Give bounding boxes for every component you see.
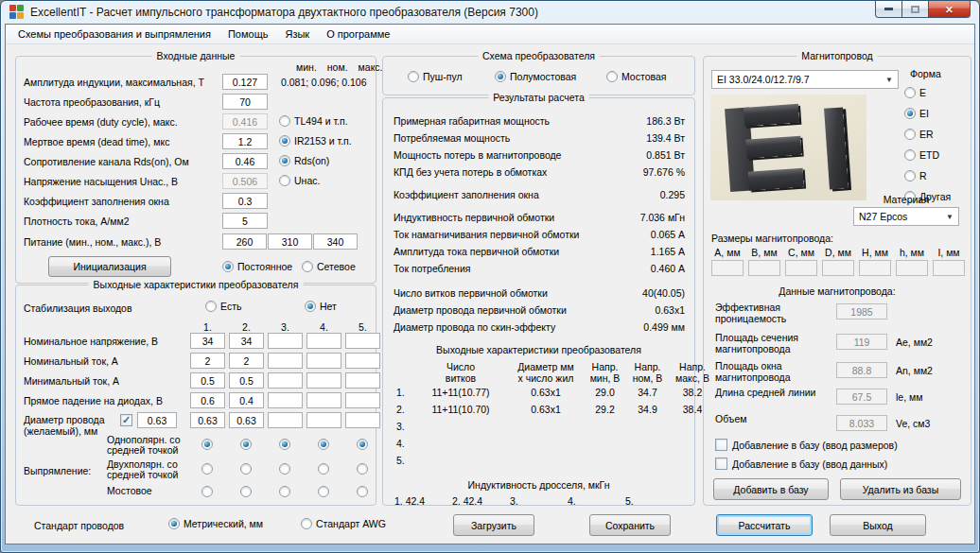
- dim-h-input[interactable]: [859, 260, 891, 276]
- rds-on-radio[interactable]: Rds(on): [279, 155, 329, 166]
- dim-a-input[interactable]: [711, 260, 744, 276]
- shape-er-radio[interactable]: ER: [904, 129, 934, 140]
- remove-from-db-button[interactable]: Удалить из базы: [840, 478, 961, 500]
- min-current-5[interactable]: [345, 372, 380, 389]
- wire-diameter-5[interactable]: [345, 412, 380, 428]
- nominal-voltage-4[interactable]: [306, 333, 341, 349]
- menu-language[interactable]: Язык: [276, 26, 318, 43]
- induction-input[interactable]: [222, 74, 268, 90]
- i-core-shape: [824, 107, 849, 189]
- push-pull-radio[interactable]: Пуш-пул: [408, 71, 463, 82]
- shape-e-radio[interactable]: E: [904, 87, 926, 98]
- rect-bridge-radio-3[interactable]: [279, 486, 290, 497]
- rect-unipolar-radio-1[interactable]: [201, 439, 213, 450]
- min-current-1[interactable]: [190, 372, 225, 389]
- core-select[interactable]: EI 33.0/24.0/12.7/9.7 ▼: [711, 70, 899, 89]
- init-button[interactable]: Инициализация: [48, 256, 171, 277]
- diode-drop-4[interactable]: [306, 392, 341, 408]
- diode-drop-3[interactable]: [268, 392, 303, 408]
- nominal-voltage-3[interactable]: [268, 333, 303, 349]
- frequency-input[interactable]: [222, 94, 268, 110]
- rect-unipolar-radio-2[interactable]: [240, 439, 252, 450]
- radio-icon: [279, 155, 290, 166]
- rect-bipolar-radio-4[interactable]: [318, 463, 329, 475]
- wire-diameter-checkbox[interactable]: [120, 414, 132, 426]
- nominal-current-4[interactable]: [306, 353, 341, 369]
- menu-help[interactable]: Помощь: [219, 26, 277, 43]
- dim-h2-input[interactable]: [896, 260, 928, 276]
- rect-unipolar-radio-3[interactable]: [279, 439, 290, 450]
- checkbox-icon: [715, 458, 727, 470]
- unas-radio[interactable]: Uнас.: [279, 175, 320, 186]
- shape-r-radio[interactable]: R: [904, 170, 927, 181]
- maximize-button[interactable]: [902, 1, 928, 18]
- rect-bridge-radio-4[interactable]: [318, 486, 329, 497]
- wire-diameter-1[interactable]: [190, 412, 225, 428]
- dim-d-input[interactable]: [822, 260, 854, 276]
- material-select[interactable]: N27 Epcos ▼: [853, 207, 959, 226]
- nominal-voltage-1[interactable]: [190, 333, 225, 349]
- shape-etd-radio[interactable]: ETD: [904, 149, 939, 161]
- dead-time-input[interactable]: [222, 133, 268, 149]
- rect-bipolar-radio-1[interactable]: [201, 463, 213, 475]
- rect-bridge-radio-1[interactable]: [201, 486, 213, 497]
- dc-supply-radio[interactable]: Постоянное: [222, 261, 292, 272]
- awg-standard-radio[interactable]: Стандарт AWG: [301, 518, 386, 529]
- radio-icon: [301, 518, 312, 529]
- rect-bridge-radio-2[interactable]: [240, 486, 252, 497]
- ir2153-radio[interactable]: IR2153 и т.п.: [279, 135, 352, 147]
- wire-diameter-master-input[interactable]: [137, 412, 177, 428]
- wire-diameter-4[interactable]: [306, 412, 341, 428]
- rect-bipolar-radio-5[interactable]: [357, 463, 368, 475]
- min-current-3[interactable]: [268, 372, 303, 389]
- load-button[interactable]: Загрузить: [453, 514, 534, 536]
- diode-drop-2[interactable]: [229, 392, 264, 408]
- rect-unipolar-radio-5[interactable]: [357, 439, 368, 450]
- nominal-voltage-2[interactable]: [229, 333, 264, 349]
- supply-max-input[interactable]: [313, 233, 358, 250]
- rect-bridge-radio-5[interactable]: [357, 486, 368, 497]
- add-to-db-data-checkbox[interactable]: Добавление в базу (ввод данных): [715, 458, 887, 470]
- nominal-current-5[interactable]: [345, 353, 380, 369]
- rect-bipolar-radio-3[interactable]: [279, 463, 290, 475]
- stabilization-yes-radio[interactable]: Есть: [205, 301, 241, 312]
- calculate-button[interactable]: Рассчитать: [716, 514, 813, 536]
- menu-about[interactable]: О программе: [318, 26, 398, 43]
- metric-standard-radio[interactable]: Метрический, мм: [168, 518, 263, 529]
- rect-unipolar-radio-4[interactable]: [318, 439, 329, 450]
- radio-icon: [606, 71, 618, 82]
- supply-min-input[interactable]: [222, 233, 267, 250]
- min-current-4[interactable]: [306, 372, 341, 389]
- diode-drop-5[interactable]: [345, 392, 380, 408]
- dim-i-input[interactable]: [933, 260, 965, 276]
- shape-ei-radio[interactable]: EI: [904, 108, 929, 119]
- ac-supply-radio[interactable]: Сетевое: [302, 261, 356, 272]
- dim-b-input[interactable]: [748, 260, 780, 276]
- nominal-voltage-5[interactable]: [345, 333, 380, 349]
- wire-diameter-2[interactable]: [229, 412, 264, 428]
- add-to-db-dimensions-checkbox[interactable]: Добавление в базу (ввод размеров): [715, 439, 898, 451]
- exit-button[interactable]: Выход: [830, 514, 926, 536]
- half-bridge-radio[interactable]: Полумостовая: [495, 71, 576, 82]
- diode-drop-1[interactable]: [190, 392, 225, 408]
- bridge-radio[interactable]: Мостовая: [606, 71, 666, 82]
- stabilization-no-radio[interactable]: Нет: [305, 301, 337, 312]
- add-to-db-button[interactable]: Добавить в базу: [713, 478, 829, 500]
- current-density-input[interactable]: [222, 213, 268, 229]
- dim-c-input[interactable]: [785, 260, 817, 276]
- min-current-2[interactable]: [229, 372, 264, 389]
- menu-schemes[interactable]: Схемы преобразования и выпрямления: [9, 26, 219, 43]
- supply-label: Питание (мин., ном., макс.), В: [24, 236, 161, 248]
- tl494-radio[interactable]: TL494 и т.п.: [279, 115, 348, 127]
- close-button[interactable]: ✕: [928, 1, 971, 18]
- nominal-current-3[interactable]: [268, 353, 303, 369]
- nominal-current-1[interactable]: [190, 353, 225, 369]
- rect-bipolar-radio-2[interactable]: [240, 463, 252, 475]
- supply-nom-input[interactable]: [268, 233, 312, 250]
- save-button[interactable]: Сохранить: [589, 514, 671, 536]
- wire-diameter-3[interactable]: [268, 412, 303, 428]
- nominal-current-2[interactable]: [229, 353, 264, 369]
- window-fill-input[interactable]: [222, 193, 268, 209]
- rds-on-input[interactable]: [222, 153, 268, 169]
- minimize-button[interactable]: [875, 1, 902, 18]
